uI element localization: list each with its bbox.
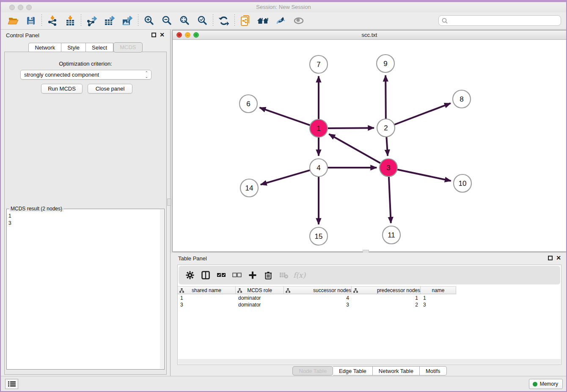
checked-boxes-icon: [217, 272, 226, 278]
zoom-in-button[interactable]: [140, 14, 158, 28]
float-table-panel-icon[interactable]: [548, 256, 553, 260]
column-header-predecessor-nodes[interactable]: predecessor nodes: [352, 286, 421, 294]
import-table-button[interactable]: [61, 14, 79, 28]
export-table-button[interactable]: [101, 14, 118, 28]
tab-node-table[interactable]: Node Table: [292, 366, 333, 375]
open-session-button[interactable]: [4, 14, 22, 28]
cell-shared-name: 1: [178, 295, 236, 301]
graph-node-label: 7: [317, 61, 320, 69]
zoom-fit-button[interactable]: [176, 14, 193, 28]
graph-node-label: 10: [459, 179, 467, 188]
graph-edge-4-14[interactable]: [261, 170, 311, 185]
table-row[interactable]: 1 dominator 4 1 1: [178, 295, 456, 301]
delete-table-button[interactable]: [276, 269, 292, 282]
delete-column-button[interactable]: [260, 269, 276, 282]
home-view-button[interactable]: [254, 14, 272, 28]
hide-graphics-details-button[interactable]: [272, 14, 290, 28]
table-panel-header: Table Panel ✕: [172, 253, 567, 264]
vertical-splitter-handle[interactable]: [167, 199, 171, 206]
close-table-panel-icon[interactable]: ✕: [556, 254, 561, 261]
cell-predecessor-nodes: 2: [352, 301, 421, 308]
optimization-criterion-label: Optimization criterion:: [5, 61, 166, 67]
zoom-selected-icon: [197, 15, 208, 26]
graph-edge-2-8[interactable]: [394, 103, 451, 125]
close-panel-icon[interactable]: ✕: [160, 31, 165, 38]
trash-icon: [264, 271, 272, 279]
table-horizontal-scrollbar[interactable]: [178, 359, 561, 364]
import-network-icon: [47, 15, 58, 26]
tab-mcds[interactable]: MCDS: [113, 42, 142, 52]
cell-mcds-role: dominator: [236, 295, 284, 301]
task-history-button[interactable]: [5, 379, 18, 389]
float-panel-icon[interactable]: [151, 33, 156, 37]
show-panel-button[interactable]: [290, 14, 308, 28]
column-header-shared-name[interactable]: shared name: [178, 286, 236, 294]
tab-select[interactable]: Select: [86, 43, 113, 52]
hierarchy-icon: [237, 288, 242, 293]
graph-edge-3-11[interactable]: [389, 176, 391, 223]
column-header-successor-nodes[interactable]: successor nodes: [284, 286, 352, 294]
import-table-icon: [65, 15, 76, 26]
mcds-result-box: MCDS result (2 nodes) 1 3: [6, 209, 165, 370]
network-graph: 1234678910111415: [173, 40, 566, 251]
hierarchy-icon: [179, 288, 184, 293]
column-label: successor nodes: [313, 287, 351, 293]
memory-button[interactable]: Memory: [529, 379, 563, 389]
table-settings-button[interactable]: [182, 269, 198, 282]
function-builder-button[interactable]: f(x): [292, 269, 307, 282]
network-canvas[interactable]: 1234678910111415: [173, 40, 566, 251]
network-window-titlebar[interactable]: ✕ − + scc.txt: [173, 30, 566, 40]
result-line: 1: [8, 213, 160, 220]
graph-edge-2-9[interactable]: [385, 75, 386, 120]
graph-edge-3-10[interactable]: [396, 169, 451, 181]
main-toolbar: [1, 12, 566, 30]
result-scrollbar[interactable]: [160, 210, 164, 369]
save-session-button[interactable]: [22, 14, 40, 28]
zoom-selected-button[interactable]: [193, 14, 211, 28]
search-input[interactable]: [448, 17, 561, 25]
tab-motifs[interactable]: Motifs: [420, 366, 447, 375]
graph-edge-1-6[interactable]: [259, 108, 311, 125]
clone-network-button[interactable]: [237, 14, 254, 28]
memory-label: Memory: [540, 381, 558, 387]
mcds-result-title: MCDS result (2 nodes): [9, 206, 63, 212]
mcds-result-list[interactable]: 1 3: [8, 213, 160, 368]
run-mcds-button[interactable]: Run MCDS: [41, 84, 83, 94]
list-icon: [8, 381, 16, 387]
control-panel: Control Panel ✕ Network Style Select MCD…: [1, 30, 171, 379]
plus-icon: [248, 271, 257, 279]
criterion-value: strongly connected component: [24, 72, 99, 78]
zoom-out-button[interactable]: [158, 14, 176, 28]
tab-style[interactable]: Style: [61, 43, 86, 52]
cell-predecessor-nodes: 1: [352, 295, 421, 301]
import-network-button[interactable]: [44, 14, 61, 28]
hide-details-icon: [275, 15, 287, 26]
zoom-fit-icon: [179, 15, 190, 26]
export-network-button[interactable]: [83, 14, 101, 28]
window-titlebar: Session: New Session: [1, 2, 566, 12]
status-bar: Memory: [1, 376, 566, 391]
criterion-dropdown[interactable]: strongly connected component ⌃⌄: [20, 70, 151, 80]
graph-edge-1-2[interactable]: [327, 128, 374, 128]
graph-edge-2-3[interactable]: [386, 136, 388, 156]
deselect-all-columns-button[interactable]: [229, 269, 245, 282]
add-column-button[interactable]: [245, 269, 260, 282]
graph-node-label: 4: [317, 164, 320, 172]
search-field[interactable]: [438, 15, 561, 26]
select-all-columns-button[interactable]: [213, 269, 229, 282]
tab-edge-table[interactable]: Edge Table: [333, 366, 373, 375]
homes-icon: [257, 16, 270, 26]
tab-network[interactable]: Network: [28, 43, 61, 52]
graph-node-label: 3: [386, 164, 390, 172]
refresh-layout-button[interactable]: [215, 14, 233, 28]
column-header-name[interactable]: name: [421, 286, 456, 294]
export-image-button[interactable]: [118, 14, 136, 28]
refresh-icon: [218, 15, 229, 26]
mcds-tab-content: Optimization criterion: strongly connect…: [4, 52, 167, 375]
table-row[interactable]: 3 dominator 3 2 3: [178, 301, 456, 308]
column-header-mcds-role[interactable]: MCDS role: [236, 286, 284, 294]
close-panel-button[interactable]: Close panel: [88, 84, 132, 94]
graph-edge-3-1[interactable]: [329, 134, 381, 164]
show-columns-button[interactable]: [198, 269, 213, 282]
tab-network-table[interactable]: Network Table: [373, 366, 420, 375]
